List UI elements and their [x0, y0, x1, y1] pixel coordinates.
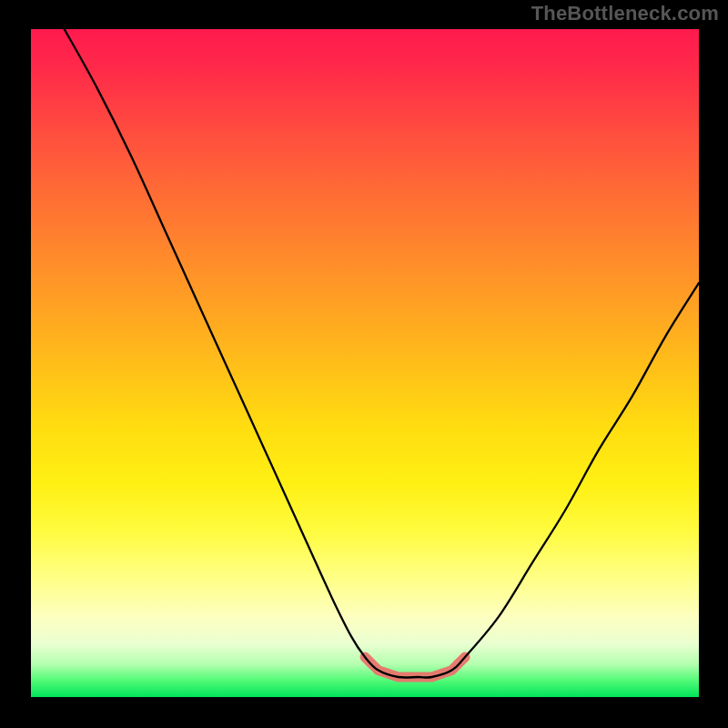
- watermark-label: TheBottleneck.com: [531, 2, 719, 25]
- plot-area: [31, 29, 699, 697]
- trough-highlight: [365, 657, 465, 677]
- chart-frame: TheBottleneck.com: [0, 0, 728, 728]
- chart-svg: [31, 29, 699, 697]
- bottleneck-curve: [65, 29, 699, 678]
